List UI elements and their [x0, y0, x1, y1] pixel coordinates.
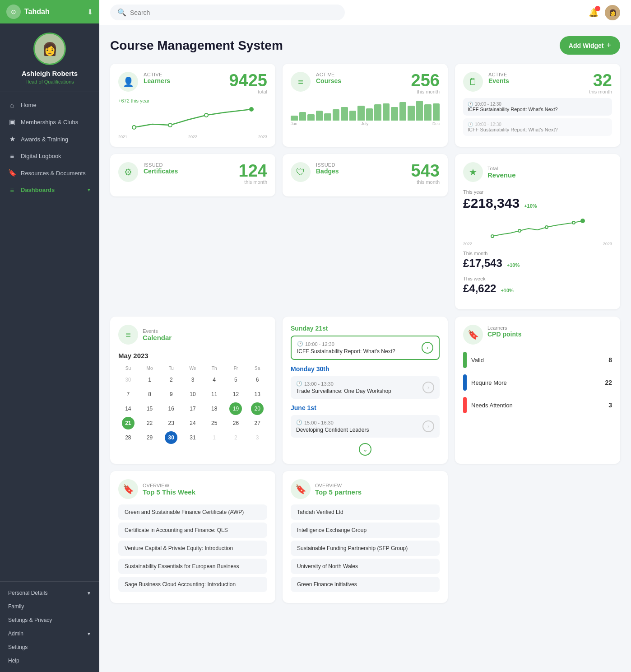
- event-date-june: June 1st: [291, 404, 440, 411]
- event-arrow-1[interactable]: ›: [422, 342, 433, 354]
- sidebar-item-awards[interactable]: ★ Awards & Training: [0, 131, 99, 148]
- search-input[interactable]: [130, 9, 338, 16]
- sidebar-item-dashboards[interactable]: ≡ Dashboards ▼: [0, 182, 99, 198]
- cal-day[interactable]: 6: [251, 373, 264, 386]
- certificates-value: 124: [239, 162, 267, 179]
- sidebar-item-memberships[interactable]: ▣ Memberships & Clubs: [0, 113, 99, 131]
- list-item: Sustainable Funding Partnership (SFP Gro…: [291, 541, 440, 556]
- top5-partners-section-label: Overview: [315, 483, 362, 488]
- sidebar-admin[interactable]: Admin ▼: [0, 627, 99, 640]
- cal-day[interactable]: 2: [229, 431, 242, 444]
- cal-day[interactable]: 15: [144, 402, 156, 415]
- cal-day-19[interactable]: 19: [229, 402, 242, 415]
- cal-day[interactable]: 17: [186, 402, 199, 415]
- cal-day[interactable]: 7: [122, 388, 135, 401]
- main-content: 🔍 🔔 👩 Course Management System Add Widge…: [99, 0, 631, 672]
- cal-day[interactable]: 1: [144, 373, 156, 386]
- sidebar-settings-privacy[interactable]: Settings & Privacy: [0, 613, 99, 627]
- chevron-down-icon: ▼: [87, 591, 91, 596]
- cal-day[interactable]: 1: [208, 431, 221, 444]
- cal-day[interactable]: 26: [229, 417, 242, 429]
- sidebar-item-home[interactable]: ⌂ Home: [0, 97, 99, 113]
- download-icon[interactable]: ⬇: [87, 8, 93, 16]
- cpd-valid-label: Valid: [471, 357, 604, 364]
- event-item-3[interactable]: 🕐 15:00 - 16:30 Developing Confident Lea…: [291, 415, 440, 438]
- cal-day[interactable]: 3: [251, 431, 264, 444]
- cal-day[interactable]: 30: [122, 373, 135, 386]
- revenue-chart-year-2022: 2022: [463, 242, 472, 246]
- topbar-user-avatar[interactable]: 👩: [605, 5, 620, 20]
- sidebar-family[interactable]: Family: [0, 600, 99, 613]
- sidebar-settings[interactable]: Settings: [0, 640, 99, 654]
- revenue-header: ★ Total Revenue: [463, 162, 612, 182]
- list-item: Tahdah Verified Ltd: [291, 504, 440, 520]
- sidebar-item-label: Home: [21, 102, 37, 108]
- show-more-events-button[interactable]: ⌄: [359, 443, 371, 456]
- home-icon: ⌂: [8, 101, 16, 109]
- revenue-week-value: £4,622: [463, 282, 496, 295]
- learners-icon: 👤: [118, 72, 138, 92]
- cal-day[interactable]: 2: [165, 373, 177, 386]
- cal-day[interactable]: 4: [208, 373, 221, 386]
- cal-day[interactable]: 13: [251, 388, 264, 401]
- learners-name: Learners: [144, 77, 170, 84]
- cal-day[interactable]: 24: [186, 417, 199, 429]
- cal-day[interactable]: 14: [122, 402, 135, 415]
- cal-day-30[interactable]: 30: [165, 431, 177, 444]
- cpd-attention-label: Needs Attention: [471, 402, 604, 409]
- cal-day[interactable]: 29: [144, 431, 156, 444]
- cal-day[interactable]: 18: [208, 402, 221, 415]
- sidebar-item-resources[interactable]: 🔖 Resources & Documents: [0, 164, 99, 182]
- event-arrow-2[interactable]: ›: [422, 382, 434, 393]
- event-arrow-3[interactable]: ›: [422, 420, 434, 432]
- cal-day[interactable]: 11: [208, 388, 221, 401]
- event-title-1: ICFF Sustainability Report: What's Next?: [297, 348, 395, 355]
- chart-year-2021: 2021: [118, 135, 127, 139]
- event-item-1[interactable]: 🕐 10:00 - 12:30 ICFF Sustainability Repo…: [291, 336, 440, 360]
- chart-month-dec: Dec: [432, 121, 440, 126]
- cal-day-today[interactable]: 21: [122, 417, 135, 429]
- chevron-down-icon: ▼: [87, 187, 91, 192]
- add-widget-button[interactable]: Add Widget +: [560, 36, 620, 55]
- list-item: Sustainability Essentials for European B…: [118, 559, 267, 574]
- cal-day[interactable]: 5: [229, 373, 242, 386]
- cal-day[interactable]: 23: [165, 417, 177, 429]
- search-icon: 🔍: [117, 8, 126, 17]
- cal-day[interactable]: 16: [165, 402, 177, 415]
- sidebar-help[interactable]: Help: [0, 654, 99, 667]
- event-item-2[interactable]: 🕐 13:00 - 13:30 Trade Surveillance: One …: [291, 376, 440, 399]
- revenue-chart-year-2023: 2023: [603, 242, 612, 246]
- sidebar-item-logbook[interactable]: ≡ Digital Logbook: [0, 148, 99, 164]
- event-title-3: Developing Confident Leaders: [296, 427, 369, 433]
- top5-partners-icon: 🔖: [291, 479, 311, 499]
- cal-day[interactable]: 22: [144, 417, 156, 429]
- cal-day[interactable]: 8: [144, 388, 156, 401]
- cal-day[interactable]: 10: [186, 388, 199, 401]
- cal-day-20[interactable]: 20: [251, 402, 264, 415]
- cal-day[interactable]: 28: [122, 431, 135, 444]
- cal-day[interactable]: 12: [229, 388, 242, 401]
- bar-segment: [391, 107, 398, 121]
- cal-day[interactable]: 31: [186, 431, 199, 444]
- notifications-bell[interactable]: 🔔: [589, 8, 599, 18]
- mini-event-title-1: ICFF Sustainability Report: What's Next?: [468, 107, 608, 112]
- logbook-icon: ≡: [8, 152, 16, 160]
- svg-point-2: [204, 113, 208, 117]
- cal-day[interactable]: 9: [165, 388, 177, 401]
- svg-point-8: [581, 219, 585, 223]
- cpd-needs-attention: Needs Attention 3: [463, 397, 612, 413]
- cpd-require-label: Require More: [471, 379, 600, 386]
- event-section-june: June 1st 🕐 15:00 - 16:30 Developing Conf…: [291, 404, 440, 438]
- event-section-sunday: Sunday 21st 🕐 10:00 - 12:30 ICFF Sustain…: [291, 325, 440, 360]
- event-date-sunday: Sunday 21st: [291, 325, 440, 332]
- topbar: 🔍 🔔 👩: [99, 0, 631, 25]
- top5-courses-header: 🔖 Overview Top 5 This Week: [118, 479, 267, 499]
- top5-courses-title: Top 5 This Week: [143, 488, 195, 496]
- revenue-week-label: This week: [463, 276, 612, 281]
- list-item: Sage Business Cloud Accounting: Introduc…: [118, 577, 267, 592]
- cal-day[interactable]: 27: [251, 417, 264, 429]
- cal-day[interactable]: 25: [208, 417, 221, 429]
- sidebar-personal-details[interactable]: Personal Details ▼: [0, 586, 99, 600]
- svg-point-5: [518, 229, 521, 232]
- cal-day[interactable]: 3: [186, 373, 199, 386]
